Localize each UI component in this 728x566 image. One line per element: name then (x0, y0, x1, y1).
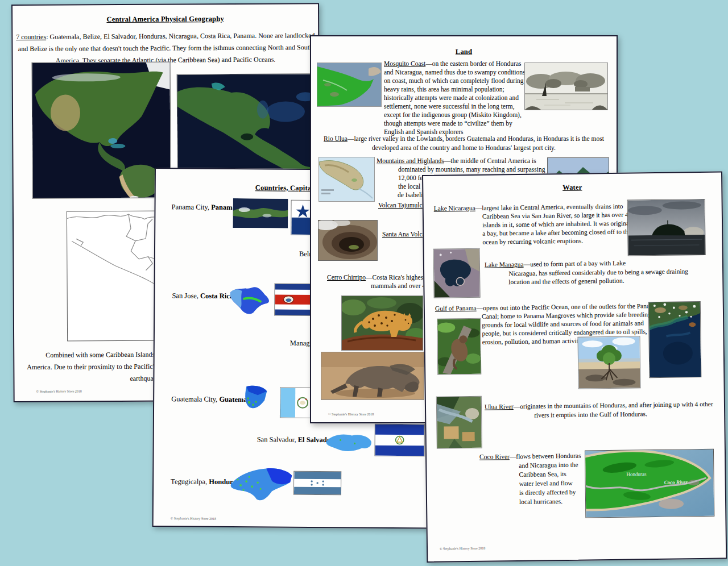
el-salvador-map-shape (323, 427, 373, 456)
page3-title: Countries, Capitals, (255, 184, 318, 193)
page1-intro-line2: and Belize is the only one that doesn't … (13, 43, 318, 53)
lake-nicaragua-l1: —largest lake in Central America, eventu… (475, 203, 623, 211)
page2-copyright: © Stephanie's History Store 2018 (328, 413, 374, 416)
lake-island-image (627, 199, 706, 256)
costa-rica-capital-text: San Jose, (172, 292, 200, 299)
lake-nicaragua-line: ocean by recurring volcanic eruptions. (482, 237, 583, 247)
central-america-satellite-art (177, 74, 320, 176)
anteater-image (321, 352, 424, 400)
ulua-satellite-art (437, 397, 482, 448)
panama-capital-text: Panama City, (171, 203, 211, 211)
cerro-line2: mammals and over 45 (371, 282, 429, 290)
honduras-map-art (226, 463, 295, 504)
coco-river-term: Coco River (479, 453, 510, 460)
el-salvador-flag (374, 424, 424, 457)
honduras-capital-text: Tegugicalpa, (171, 477, 209, 485)
coco-river-satellite-image: Honduras Coco River (585, 449, 714, 518)
relief-map-art (319, 157, 374, 201)
page1-bottom-line2: America. Due to their proximity to the P… (27, 363, 163, 372)
mosquito-line: settlement, none were successful in the … (384, 102, 515, 111)
lake-managua-art (434, 249, 480, 298)
page2-title: Land (311, 48, 617, 56)
lake-nicaragua-term: Lake Nicaragua (434, 205, 475, 212)
panama-country-text: Panama (211, 203, 236, 211)
cerro-term: Cerro Chirripo (327, 274, 366, 281)
honduras-flag (293, 471, 341, 496)
honduras-flag-art (294, 472, 341, 495)
wildlife-animal-image (437, 318, 481, 375)
americas-satellite-image (32, 62, 171, 199)
lake-managua-line: location and the effects of general poll… (508, 277, 624, 286)
page1-title: Central America Physical Geography (13, 14, 318, 24)
ulua-river-heading: Ulua River—originates in the mountains o… (485, 400, 713, 411)
mosquito-line: though attempts were made to “civilize” … (384, 119, 512, 128)
mosquito-coast-heading: Mosquito Coast—on the eastern border of … (384, 60, 521, 68)
wildlife-animal-art (437, 319, 481, 374)
page4-title: Water (423, 182, 721, 194)
gulf-of-panama-l1: —opens out into the Pacific Ocean, one o… (477, 302, 658, 311)
mountains-line: the local r (398, 182, 424, 191)
mosquito-coast-art (317, 63, 381, 106)
rio-ulua-line2: developed area of the country and home t… (311, 144, 617, 151)
santa-ana-heading: Santa Ana Volcan (382, 230, 428, 239)
mosquito-coast-engraving-image (524, 63, 608, 110)
coco-image-river-label: Coco River (664, 479, 688, 485)
mosquito-line: on coast, much of which can completely f… (384, 77, 524, 85)
coco-river-heading: Coco River—flows between Honduras (479, 452, 581, 461)
mosquito-line: historically attempts were made at colon… (384, 94, 519, 102)
anteater-art (321, 352, 424, 399)
mangrove-art (578, 336, 640, 388)
page1-bottom-line1: Combined with some Caribbean Islands, So… (46, 351, 171, 360)
coco-image-country-label: Honduras (626, 471, 647, 477)
central-america-satellite-image (177, 73, 321, 176)
costa-rica-map-shape (226, 282, 272, 318)
page1-intro-term: 7 countries (16, 33, 46, 41)
page1-copyright: © Stephanie's History Store 2018 (36, 389, 82, 393)
rio-ulua-l1: —large river valley in the Lowlands, bor… (348, 135, 604, 142)
mangrove-image (577, 336, 640, 389)
panama-satellite-art (233, 198, 288, 228)
jaguar-image (341, 296, 423, 351)
page1-intro-rest: : Guatemala, Belize, El Salvador, Hondur… (46, 31, 315, 40)
coco-line: water level and flow (519, 479, 573, 488)
mountains-l1: —the middle of Central America is (444, 157, 536, 164)
mosquito-coast-image (317, 63, 382, 107)
coco-river-art: Honduras Coco River (585, 450, 714, 518)
el-salvador-capital-text: San Salvador, (257, 435, 298, 444)
gulf-satellite-image (648, 301, 702, 378)
mosquito-line: and Nicaragua, named thus due to swampy … (384, 68, 525, 77)
ulua-river-term: Ulua River (485, 403, 514, 410)
el-salvador-flag-art (375, 424, 424, 456)
guatemala-capital-text: Guatemala City, (171, 395, 219, 403)
coco-line: local hurricanes. (519, 497, 562, 506)
volcano-crater-art (318, 220, 377, 260)
guatemala-map-shape (241, 383, 272, 413)
mountains-heading: Mountains and Highlands—the middle of Ce… (377, 157, 536, 165)
costa-rica-label: San Jose, Costa Rica (172, 292, 233, 301)
lake-managua-term: Lake Managua (485, 261, 524, 268)
coco-line: Caribbean Sea, its (519, 470, 566, 479)
page3-copyright: © Stephanie's History Store 2018 (171, 517, 216, 521)
rio-ulua-term: Rio Ulua (324, 135, 348, 142)
mountains-line: dominated by mountains, many reaching an… (398, 165, 545, 174)
gulf-line: erosion, pollution, and human activity. (482, 337, 583, 347)
mountains-term: Mountains and Highlands (377, 157, 444, 164)
cerro-heading: Cerro Chirripo—Costa Rica's highest pe (327, 273, 433, 282)
page1-intro-line1: 7 countries: Guatemala, Belize, El Salva… (13, 31, 318, 41)
lake-managua-satellite-image (433, 248, 481, 298)
page-water: Water Lake Nicaragua—largest lake in Cen… (422, 172, 727, 563)
lake-nicaragua-line: a bay, but became a lake after becoming … (482, 228, 631, 238)
lake-island-art (628, 199, 705, 256)
coco-river-l1: —flows between Honduras (510, 452, 581, 460)
desktop-background: { "colors":{"background":"#a6d4db","page… (0, 0, 728, 566)
ulua-river-line2: rivers it empties into the Gulf of Hondu… (534, 410, 647, 419)
mosquito-line: except for the indigenous group (Miskito… (384, 111, 522, 119)
panama-satellite-image (233, 198, 288, 228)
coco-line: and Nicaragua into the (519, 461, 578, 470)
gulf-of-panama-term: Gulf of Panama (435, 305, 477, 312)
ulua-river-l1: —originates in the mountains of Honduras… (514, 401, 713, 410)
lake-managua-heading: Lake Managua—used to form part of a bay … (485, 259, 626, 269)
el-salvador-label: San Salvador, El Salvador (257, 435, 334, 444)
panama-label: Panama City, Panama (171, 203, 236, 212)
central-america-relief-map-image (318, 157, 375, 202)
